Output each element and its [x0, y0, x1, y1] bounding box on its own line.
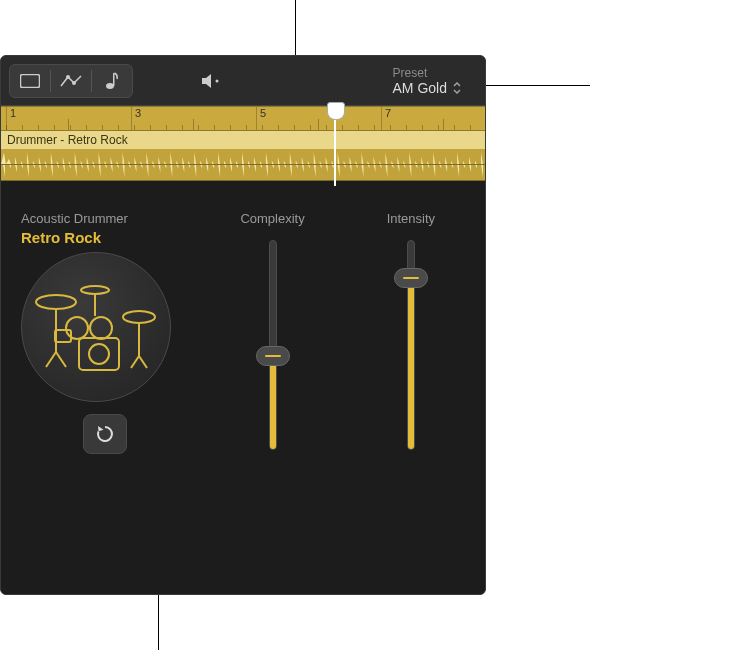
svg-point-17 — [66, 317, 88, 339]
editor-body: Acoustic Drummer Retro Rock — [1, 181, 485, 594]
svg-line-12 — [56, 352, 66, 367]
svg-point-5 — [216, 79, 219, 82]
slider-thumb[interactable] — [256, 346, 290, 366]
drummer-editor-panel: Preset AM Gold 1357 Drummer - Retro Rock — [0, 55, 486, 595]
playhead[interactable] — [334, 106, 336, 186]
toolbar: Preset AM Gold — [1, 56, 485, 106]
svg-point-9 — [36, 295, 76, 309]
svg-rect-4 — [113, 73, 115, 86]
preset-control: Preset AM Gold — [393, 66, 477, 96]
timeline-area: 1357 Drummer - Retro Rock — [1, 106, 485, 181]
note-tool-button[interactable] — [92, 64, 132, 98]
preview-speaker-button[interactable] — [191, 64, 231, 98]
regenerate-button[interactable] — [83, 414, 127, 454]
svg-line-11 — [46, 352, 56, 367]
svg-rect-21 — [55, 330, 71, 342]
svg-rect-0 — [21, 74, 40, 87]
callout-line-speaker — [295, 0, 296, 55]
intensity-slider[interactable] — [401, 240, 421, 450]
region-title: Drummer - Retro Rock — [7, 133, 128, 147]
complexity-label: Complexity — [240, 211, 304, 226]
preset-popup[interactable]: AM Gold — [393, 80, 461, 96]
slider-thumb[interactable] — [394, 268, 428, 288]
svg-line-16 — [139, 356, 147, 368]
ruler-bar-label: 3 — [131, 107, 141, 130]
callout-line-regenerate — [158, 595, 159, 650]
drummer-style-name: Retro Rock — [21, 229, 101, 246]
tool-group — [9, 64, 133, 98]
svg-rect-19 — [79, 338, 119, 370]
svg-point-22 — [81, 286, 109, 294]
svg-point-18 — [90, 317, 112, 339]
svg-point-13 — [123, 311, 155, 323]
automation-tool-button[interactable] — [51, 64, 91, 98]
drum-kit-graphic[interactable] — [21, 252, 171, 402]
slider-fill — [270, 355, 276, 449]
drummer-region[interactable]: Drummer - Retro Rock — [1, 131, 485, 181]
ruler-bar-label: 1 — [6, 107, 16, 130]
intensity-slider-wrap — [401, 226, 421, 584]
svg-point-1 — [66, 75, 70, 79]
complexity-column: Complexity — [218, 211, 326, 584]
refresh-icon — [95, 424, 115, 444]
chevron-updown-icon — [453, 82, 461, 94]
intensity-column: Intensity — [357, 211, 465, 584]
drummer-category-label: Acoustic Drummer — [21, 211, 128, 226]
waveform — [1, 149, 485, 180]
complexity-slider[interactable] — [263, 240, 283, 450]
preset-value: AM Gold — [393, 80, 447, 96]
region-tool-button[interactable] — [10, 64, 50, 98]
bar-ruler[interactable]: 1357 — [1, 106, 485, 131]
slider-fill — [408, 278, 414, 449]
intensity-label: Intensity — [387, 211, 435, 226]
svg-point-20 — [89, 344, 109, 364]
svg-line-15 — [131, 356, 139, 368]
preset-label: Preset — [393, 66, 461, 80]
drummer-column: Acoustic Drummer Retro Rock — [21, 211, 188, 584]
svg-rect-6 — [1, 149, 485, 180]
svg-point-2 — [72, 81, 76, 85]
complexity-slider-wrap — [263, 226, 283, 584]
svg-point-3 — [106, 83, 114, 89]
